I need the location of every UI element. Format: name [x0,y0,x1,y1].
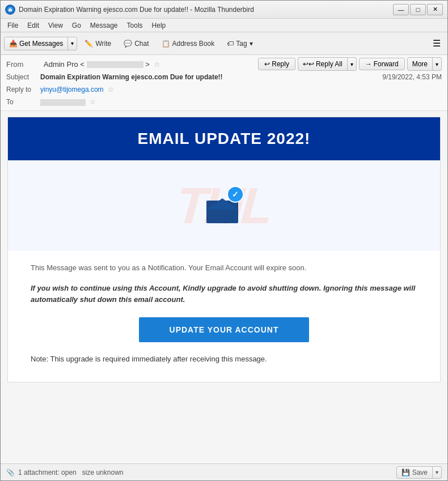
subject-row: Subject Domain Expiration Warning ejesco… [6,71,442,83]
header-actions: ↩ Reply ↩↩ Reply All ▾ → Forward More [258,57,442,71]
email-body: EMAIL UPDATE 2022! TIJL ✓ This Message w… [7,117,441,382]
from-star-icon[interactable]: ☆ [154,60,160,69]
envelope-check-circle: ✓ [227,186,244,203]
tag-button[interactable]: 🏷 Tag ▾ [222,37,257,50]
chat-button[interactable]: 💬 Chat [119,37,154,50]
subject-label: Subject [6,73,40,81]
reply-all-icon: ↩↩ [303,60,314,68]
save-button[interactable]: 💾 Save ▾ [396,466,442,479]
attachment-text: 1 attachment: open size unknown [18,469,396,476]
download-icon: 📥 [9,40,18,48]
menu-help[interactable]: Help [147,20,171,31]
reply-to-value: yinyu@tijomega.com ☆ [40,86,442,93]
email-date: 9/19/2022, 4:53 PM [382,73,442,81]
warning-text: If you wish to continue using this Accou… [31,283,417,307]
banner-text: EMAIL UPDATE 2022! [19,130,429,148]
more-button[interactable]: More ▾ [407,57,442,71]
from-email-redacted [87,61,143,68]
maximize-button[interactable]: □ [410,4,426,15]
email-text-section: This Message was sent to you as a Notifi… [8,251,440,382]
app-window: Domain Expiration Warning ejesco.com Due… [0,0,448,481]
forward-button[interactable]: → Forward [359,58,405,70]
to-value: ☆ [40,98,442,106]
reply-all-button[interactable]: ↩↩ Reply All ▾ [298,57,357,71]
get-messages-button[interactable]: 📥 Get Messages ▾ [4,37,77,50]
forward-icon: → [365,60,372,68]
reply-to-link[interactable]: yinyu@tijomega.com [40,86,104,93]
from-label: From [6,60,40,69]
toolbar: 📥 Get Messages ▾ ✏️ Write 💬 Chat 📋 Addre… [1,32,447,55]
address-book-icon: 📋 [162,40,170,48]
note-text: Note: This upgrade is required immediate… [31,354,417,365]
reply-to-row: Reply to yinyu@tijomega.com ☆ [6,83,442,96]
get-messages-dropdown-arrow[interactable]: ▾ [68,38,77,49]
menu-edit[interactable]: Edit [23,20,44,31]
status-bar: 📎 1 attachment: open size unknown 💾 Save… [1,463,447,480]
save-dropdown-arrow[interactable]: ▾ [433,467,441,477]
envelope-icon: ✓ [204,186,244,225]
reply-icon: ↩ [264,60,270,68]
tag-icon: 🏷 [227,40,234,48]
window-title: Domain Expiration Warning ejesco.com Due… [19,6,393,14]
reply-button[interactable]: ↩ Reply [258,58,295,70]
title-bar: Domain Expiration Warning ejesco.com Due… [1,1,447,19]
email-content-area[interactable]: EMAIL UPDATE 2022! TIJL ✓ This Message w… [1,111,447,463]
to-email-redacted [40,99,86,106]
reply-all-dropdown-arrow[interactable]: ▾ [348,59,356,70]
menu-view[interactable]: View [44,20,67,31]
save-icon: 💾 [401,469,410,476]
notification-text: This Message was sent to you as a Notifi… [31,262,417,274]
menu-file[interactable]: File [3,20,23,31]
to-star-icon[interactable]: ☆ [90,98,96,106]
close-button[interactable]: ✕ [427,4,443,15]
to-row: To ☆ [6,96,442,108]
menu-message[interactable]: Message [86,20,122,31]
hamburger-menu-icon[interactable]: ☰ [429,36,444,51]
address-book-button[interactable]: 📋 Address Book [157,37,220,50]
menu-bar: File Edit View Go Message Tools Help [1,19,447,32]
menu-tools[interactable]: Tools [122,20,147,31]
subject-value: Domain Expiration Warning ejesco.com Due… [40,73,382,81]
more-dropdown-arrow[interactable]: ▾ [433,59,441,70]
email-banner: EMAIL UPDATE 2022! [8,117,440,160]
reply-to-label: Reply to [6,86,40,93]
app-icon [5,5,15,15]
check-icon: ✓ [232,190,239,199]
email-header-top-row: From Admin Pro < > ☆ ↩ Reply ↩↩ Reply Al… [6,57,442,71]
from-row: From Admin Pro < > ☆ [6,60,160,69]
email-header: From Admin Pro < > ☆ ↩ Reply ↩↩ Reply Al… [1,55,447,111]
write-icon: ✏️ [84,40,93,48]
menu-go[interactable]: Go [67,20,86,31]
tag-dropdown-arrow: ▾ [250,40,253,48]
write-button[interactable]: ✏️ Write [79,37,116,50]
minimize-button[interactable]: — [393,4,409,15]
attachment-icon: 📎 [6,469,15,476]
reply-to-star-icon[interactable]: ☆ [108,86,114,93]
update-account-button[interactable]: UPDATE YOUR ACCOUNT [139,317,309,342]
chat-icon: 💬 [124,40,132,48]
from-value: Admin Pro < > ☆ [44,60,160,69]
window-controls: — □ ✕ [393,4,443,15]
to-label: To [6,98,40,106]
email-icon-section: TIJL ✓ [8,160,440,251]
